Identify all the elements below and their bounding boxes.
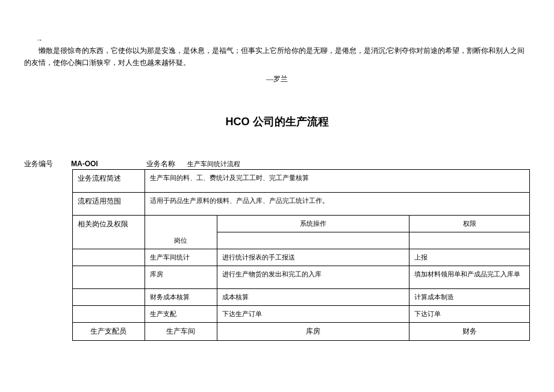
biz-no-value: MA-OOl xyxy=(71,160,98,168)
scope-value: 适用于药品生产原料的领料、产品入库、产品完工统计工作。 xyxy=(145,192,529,215)
table-row: 生产车间统计 进行统计报表的手工报送 上报 xyxy=(73,249,530,266)
position-header: 岗位 xyxy=(145,215,217,249)
empty-cell xyxy=(217,232,409,249)
document-title: HCO 公司的生产流程 xyxy=(24,114,530,129)
role-operation: 下达生产订单 xyxy=(217,305,409,322)
role-operation: 成本核算 xyxy=(217,288,409,305)
table-row: 生产支配员 生产车间 库房 财务 xyxy=(73,322,530,340)
empty-cell xyxy=(73,305,145,322)
role-position: 生产支配 xyxy=(145,305,217,322)
table-row: 业务流程简述 生产车间的料、工、费统计及完工工时、完工产量核算 xyxy=(73,169,530,192)
bottom-col-2: 生产车间 xyxy=(145,322,217,340)
operation-header: 系统操作 xyxy=(217,215,409,232)
table-row: 财务成本核算 成本核算 计算成本制造 xyxy=(73,288,530,305)
role-position: 生产车间统计 xyxy=(145,249,217,266)
role-permission: 填加材料领用单和产成品完工入库单 xyxy=(409,266,530,288)
role-permission: 上报 xyxy=(409,249,530,266)
table-row: 库房 进行生产物货的发出和完工的入库 填加材料领用单和产成品完工入库单 xyxy=(73,266,530,288)
empty-cell xyxy=(73,249,145,266)
role-operation: 进行生产物货的发出和完工的入库 xyxy=(217,266,409,288)
business-header: 业务编号 MA-OOl 业务名称 生产车间统计流程 xyxy=(24,159,530,169)
role-operation: 进行统计报表的手工报送 xyxy=(217,249,409,266)
roles-label: 相关岗位及权限 xyxy=(73,215,145,249)
role-permission: 计算成本制造 xyxy=(409,288,530,305)
biz-name-label: 业务名称 xyxy=(146,159,175,169)
bottom-col-1: 生产支配员 xyxy=(73,322,145,340)
role-position: 财务成本核算 xyxy=(145,288,217,305)
role-permission: 下达订单 xyxy=(409,305,530,322)
desc-label: 业务流程简述 xyxy=(73,169,145,192)
empty-cell xyxy=(409,232,530,249)
bottom-col-4: 财务 xyxy=(409,322,530,340)
quote-author: —罗兰 xyxy=(24,74,530,84)
biz-no-label: 业务编号 xyxy=(24,159,53,169)
role-position: 库房 xyxy=(145,266,217,288)
arrow-mark: → xyxy=(36,36,530,43)
table-row: 相关岗位及权限 岗位 系统操作 权限 xyxy=(73,215,530,232)
process-table: 业务流程简述 生产车间的料、工、费统计及完工工时、完工产量核算 流程适用范围 适… xyxy=(72,169,530,341)
quote-text: 懒散是很惊奇的东西，它使你以为那是安逸，是休息，是福气；但事实上它所给你的是无聊… xyxy=(24,45,530,69)
empty-cell xyxy=(73,288,145,305)
empty-cell xyxy=(73,266,145,288)
biz-name-value: 生产车间统计流程 xyxy=(187,160,240,169)
desc-value: 生产车间的料、工、费统计及完工工时、完工产量核算 xyxy=(145,169,529,192)
table-row: 生产支配 下达生产订单 下达订单 xyxy=(73,305,530,322)
permission-header: 权限 xyxy=(409,215,530,232)
table-row: 流程适用范围 适用于药品生产原料的领料、产品入库、产品完工统计工作。 xyxy=(73,192,530,215)
bottom-col-3: 库房 xyxy=(217,322,409,340)
scope-label: 流程适用范围 xyxy=(73,192,145,215)
